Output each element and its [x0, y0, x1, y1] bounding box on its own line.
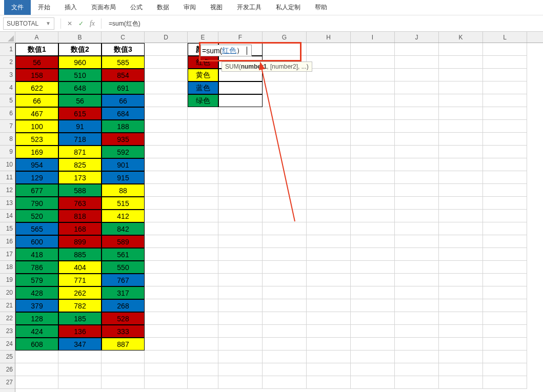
- col-header-F[interactable]: F: [218, 32, 263, 43]
- cell-D7[interactable]: [145, 120, 188, 133]
- cell-A5[interactable]: 66: [15, 94, 58, 107]
- cell-G13[interactable]: [263, 197, 307, 210]
- cell-E20[interactable]: [188, 286, 218, 299]
- cell-J16[interactable]: [395, 235, 439, 248]
- cell-J7[interactable]: [395, 120, 439, 133]
- cell-B17[interactable]: 885: [58, 248, 102, 261]
- cell-F23[interactable]: [218, 325, 263, 338]
- cell-F14[interactable]: [218, 210, 263, 222]
- row-header-19[interactable]: 19: [0, 274, 15, 286]
- cell-B1[interactable]: 数值2: [58, 43, 102, 56]
- cell-H21[interactable]: [307, 299, 351, 312]
- cell-H6[interactable]: [307, 107, 351, 120]
- cell-A16[interactable]: 600: [15, 235, 58, 248]
- cell-D4[interactable]: [145, 81, 188, 94]
- cell-I7[interactable]: [351, 120, 395, 133]
- cell-H19[interactable]: [307, 274, 351, 286]
- cell-E2[interactable]: 红色: [188, 56, 218, 69]
- cell-L23[interactable]: [483, 325, 527, 338]
- cell-J20[interactable]: [395, 286, 439, 299]
- menu-帮助[interactable]: 帮助: [308, 0, 334, 15]
- row-header-22[interactable]: 22: [0, 312, 15, 325]
- row-header-5[interactable]: 5: [0, 94, 15, 107]
- cell-H8[interactable]: [307, 133, 351, 146]
- cell-C24[interactable]: 887: [102, 338, 145, 350]
- cell-C6[interactable]: 684: [102, 107, 145, 120]
- cell-F15[interactable]: [218, 222, 263, 235]
- cell-B26[interactable]: [58, 363, 102, 376]
- cell-L8[interactable]: [483, 133, 527, 146]
- cell-B4[interactable]: 648: [58, 81, 102, 94]
- cell-D8[interactable]: [145, 133, 188, 146]
- cell-E12[interactable]: [188, 184, 218, 197]
- cell-H18[interactable]: [307, 261, 351, 274]
- cell-J8[interactable]: [395, 133, 439, 146]
- cell-H16[interactable]: [307, 235, 351, 248]
- row-header-27[interactable]: 27: [0, 376, 15, 389]
- col-header-B[interactable]: B: [58, 32, 102, 43]
- cell-G4[interactable]: [263, 81, 307, 94]
- cell-G20[interactable]: [263, 286, 307, 299]
- cell-B6[interactable]: 615: [58, 107, 102, 120]
- cell-J2[interactable]: [395, 56, 439, 69]
- cell-K11[interactable]: [439, 171, 483, 184]
- cell-E3[interactable]: 黄色: [188, 69, 218, 81]
- cell-K3[interactable]: [439, 69, 483, 81]
- cell-C17[interactable]: 561: [102, 248, 145, 261]
- cell-E10[interactable]: [188, 158, 218, 171]
- cell-B27[interactable]: [58, 376, 102, 389]
- cell-G26[interactable]: [263, 363, 307, 376]
- cell-I15[interactable]: [351, 222, 395, 235]
- cell-H2[interactable]: [307, 56, 351, 69]
- cell-J27[interactable]: [395, 376, 439, 389]
- cell-F20[interactable]: [218, 286, 263, 299]
- cell-E6[interactable]: [188, 107, 218, 120]
- cell-I9[interactable]: [351, 146, 395, 158]
- cell-K10[interactable]: [439, 158, 483, 171]
- cell-G9[interactable]: [263, 146, 307, 158]
- cell-E13[interactable]: [188, 197, 218, 210]
- cell-I5[interactable]: [351, 94, 395, 107]
- cell-H5[interactable]: [307, 94, 351, 107]
- cell-E19[interactable]: [188, 274, 218, 286]
- cell-I19[interactable]: [351, 274, 395, 286]
- cell-L7[interactable]: [483, 120, 527, 133]
- cell-L4[interactable]: [483, 81, 527, 94]
- col-header-D[interactable]: D: [145, 32, 188, 43]
- cell-B23[interactable]: 136: [58, 325, 102, 338]
- cell-J6[interactable]: [395, 107, 439, 120]
- cell-K18[interactable]: [439, 261, 483, 274]
- cell-I27[interactable]: [351, 376, 395, 389]
- cell-K17[interactable]: [439, 248, 483, 261]
- cell-C9[interactable]: 592: [102, 146, 145, 158]
- cell-H13[interactable]: [307, 197, 351, 210]
- cell-E21[interactable]: [188, 299, 218, 312]
- menu-插入[interactable]: 插入: [57, 0, 84, 15]
- col-header-H[interactable]: H: [307, 32, 351, 43]
- cell-D27[interactable]: [145, 376, 188, 389]
- cell-J13[interactable]: [395, 197, 439, 210]
- cell-E16[interactable]: [188, 235, 218, 248]
- cell-A20[interactable]: 428: [15, 286, 58, 299]
- cell-C25[interactable]: [102, 350, 145, 363]
- cell-A1[interactable]: 数值1: [15, 43, 58, 56]
- cell-J25[interactable]: [395, 350, 439, 363]
- cell-B8[interactable]: 718: [58, 133, 102, 146]
- cell-F21[interactable]: [218, 299, 263, 312]
- cell-H25[interactable]: [307, 350, 351, 363]
- cell-L9[interactable]: [483, 146, 527, 158]
- col-header-L[interactable]: L: [483, 32, 527, 43]
- row-header-1[interactable]: 1: [0, 43, 15, 56]
- cell-D26[interactable]: [145, 363, 188, 376]
- cell-D3[interactable]: [145, 69, 188, 81]
- cell-H27[interactable]: [307, 376, 351, 389]
- cell-G17[interactable]: [263, 248, 307, 261]
- cell-B16[interactable]: 899: [58, 235, 102, 248]
- cell-E14[interactable]: [188, 210, 218, 222]
- cell-D19[interactable]: [145, 274, 188, 286]
- row-header-13[interactable]: 13: [0, 197, 15, 210]
- row-header-20[interactable]: 20: [0, 286, 15, 299]
- cell-B24[interactable]: 347: [58, 338, 102, 350]
- cell-C11[interactable]: 915: [102, 171, 145, 184]
- cell-I1[interactable]: [351, 43, 395, 56]
